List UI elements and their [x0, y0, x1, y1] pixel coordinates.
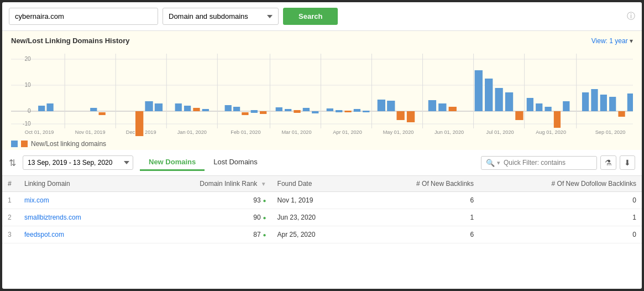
svg-rect-34: [99, 112, 106, 115]
rank-dot: ●: [263, 215, 266, 221]
svg-rect-61: [428, 100, 436, 111]
svg-rect-50: [303, 108, 310, 111]
svg-text:Mar 01, 2020: Mar 01, 2020: [281, 129, 311, 135]
svg-rect-77: [609, 97, 616, 111]
svg-rect-68: [515, 111, 523, 120]
row-domain[interactable]: smallbiztrends.com: [19, 209, 145, 226]
svg-rect-70: [536, 103, 542, 111]
row-new-backlinks: 6: [362, 192, 479, 209]
domain-tabs: New Domains Lost Domains: [140, 154, 266, 171]
domain-scope-select[interactable]: Domain and subdomains Domain only Exact …: [163, 8, 279, 25]
filter-dropdown-arrow[interactable]: ▾: [497, 159, 500, 167]
tab-lost-domains[interactable]: Lost Domains: [205, 154, 266, 171]
svg-text:Jun 01, 2020: Jun 01, 2020: [434, 129, 464, 135]
svg-rect-62: [438, 103, 446, 111]
row-domain[interactable]: feedspot.com: [19, 226, 145, 243]
rank-dot: ●: [263, 232, 266, 238]
domain-search-input[interactable]: cybernaira.com: [9, 8, 158, 25]
svg-text:Feb 01, 2020: Feb 01, 2020: [231, 129, 260, 135]
svg-text:Nov 01, 2019: Nov 01, 2019: [75, 129, 106, 135]
filter-area: 🔍 ▾ ⚗ ⬇: [481, 155, 635, 170]
svg-text:Apr 01, 2020: Apr 01, 2020: [333, 129, 362, 135]
chart-header: New/Lost Linking Domains History View: 1…: [11, 37, 633, 45]
search-button[interactable]: Search: [283, 8, 338, 25]
svg-text:Sep 01, 2020: Sep 01, 2020: [595, 129, 626, 135]
search-bar: cybernaira.com Domain and subdomains Dom…: [2, 2, 642, 31]
svg-rect-76: [600, 95, 607, 111]
svg-rect-51: [312, 111, 318, 113]
svg-rect-40: [193, 108, 200, 111]
svg-rect-43: [233, 107, 240, 111]
filter-search-icon: 🔍: [486, 159, 495, 167]
svg-rect-53: [336, 110, 342, 112]
svg-rect-49: [294, 110, 300, 113]
chart-view-control: View: 1 year ▾: [591, 37, 633, 45]
data-table: # Linking Domain Domain Inlink Rank ▼ Fo…: [2, 176, 642, 243]
svg-rect-63: [449, 107, 457, 111]
row-num: 2: [2, 209, 19, 226]
svg-rect-42: [225, 105, 232, 111]
svg-text:-10: -10: [23, 121, 31, 127]
svg-text:Jul 01, 2020: Jul 01, 2020: [486, 129, 514, 135]
row-dofollow-backlinks: 1: [479, 209, 642, 226]
row-rank: 90 ●: [145, 209, 272, 226]
table-row: 2 smallbiztrends.com 90 ● Jun 23, 2020 1…: [2, 209, 642, 226]
svg-rect-67: [505, 92, 513, 111]
svg-rect-48: [285, 109, 291, 111]
svg-rect-56: [363, 111, 369, 112]
svg-rect-39: [184, 106, 191, 111]
th-linking-domain: Linking Domain: [19, 176, 145, 192]
svg-rect-45: [251, 110, 258, 113]
table-section: ⇅ 13 Sep, 2019 - 13 Sep, 2020 New Domain…: [2, 150, 642, 289]
table-body: 1 mix.com 93 ● Nov 1, 2019 6 0 2 smallbi…: [2, 192, 642, 243]
svg-rect-31: [38, 106, 45, 111]
legend-new-icon: [11, 141, 18, 147]
chart-legend: New/Lost linking domains: [11, 137, 633, 150]
table-header-row: # Linking Domain Domain Inlink Rank ▼ Fo…: [2, 176, 642, 192]
row-new-backlinks: 1: [362, 209, 479, 226]
th-new-backlinks: # Of New Backlinks: [362, 176, 479, 192]
filter-funnel-button[interactable]: ⚗: [600, 155, 616, 170]
svg-text:May 01, 2020: May 01, 2020: [383, 129, 414, 135]
svg-rect-64: [475, 70, 483, 111]
table-row: 3 feedspot.com 87 ● Apr 25, 2020 6 0: [2, 226, 642, 243]
svg-rect-54: [344, 111, 351, 112]
sort-arrow-rank: ▼: [261, 181, 266, 187]
sort-toggle-icon[interactable]: ⇅: [9, 158, 16, 168]
legend-lost-icon: [21, 141, 28, 147]
svg-rect-37: [155, 103, 163, 111]
row-found-date: Jun 23, 2020: [272, 209, 362, 226]
svg-rect-73: [563, 101, 569, 111]
th-num: #: [2, 176, 19, 192]
row-dofollow-backlinks: 0: [479, 226, 642, 243]
svg-rect-75: [591, 89, 598, 111]
svg-rect-58: [387, 101, 395, 111]
svg-text:Jan 01, 2020: Jan 01, 2020: [177, 129, 207, 135]
chart-area: 20 10 0 -10 Oct 01, 2019 Nov 01, 2019 De…: [11, 48, 633, 137]
download-button[interactable]: ⬇: [620, 155, 635, 170]
row-found-date: Apr 25, 2020: [272, 226, 362, 243]
legend-label: New/Lost linking domains: [31, 140, 106, 148]
svg-rect-33: [90, 108, 97, 111]
rank-dot: ●: [263, 198, 266, 204]
chart-view-value[interactable]: 1 year: [609, 37, 627, 45]
filter-input[interactable]: [504, 159, 592, 167]
svg-rect-59: [397, 111, 405, 120]
svg-rect-72: [554, 111, 561, 128]
svg-text:Oct 01, 2019: Oct 01, 2019: [25, 129, 54, 135]
svg-rect-66: [495, 88, 502, 111]
tab-new-domains[interactable]: New Domains: [140, 154, 205, 171]
date-range-select[interactable]: 13 Sep, 2019 - 13 Sep, 2020: [23, 155, 133, 170]
th-domain-inlink-rank[interactable]: Domain Inlink Rank ▼: [145, 176, 272, 192]
svg-text:10: 10: [24, 82, 31, 88]
svg-rect-74: [582, 92, 589, 111]
svg-rect-52: [327, 108, 333, 111]
info-icon[interactable]: ⓘ: [627, 11, 635, 22]
svg-rect-47: [276, 107, 282, 111]
row-found-date: Nov 1, 2019: [272, 192, 362, 209]
svg-rect-78: [618, 111, 625, 117]
th-new-dofollow-backlinks: # Of New Dofollow Backlinks: [479, 176, 642, 192]
row-domain[interactable]: mix.com: [19, 192, 145, 209]
svg-rect-46: [260, 111, 266, 114]
filter-input-wrap: 🔍 ▾: [481, 156, 597, 170]
